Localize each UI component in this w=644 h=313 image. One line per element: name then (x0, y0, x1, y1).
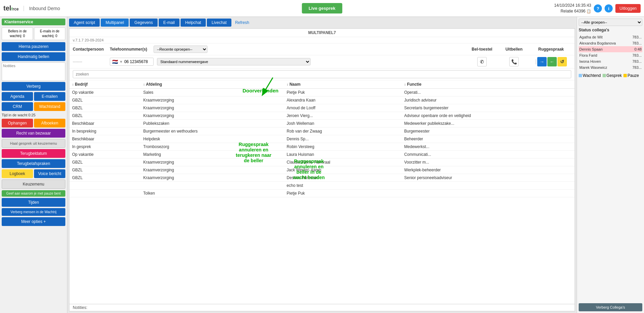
naam-cell: Desiree Pureveen (284, 174, 401, 182)
legend-gesprek: Gesprek (603, 73, 622, 78)
hierna-pauzeren-button[interactable]: Hierna pauzeren (2, 42, 65, 51)
handmatig-bellen-button[interactable]: Handmatig bellen (2, 52, 65, 61)
keuzemenu-button[interactable]: Keuzemenu (2, 179, 65, 189)
flag-phone-input: 🇳🇱 ▼ 06 12345678 (110, 58, 154, 66)
tab-gegevens[interactable]: Gegevens (130, 19, 158, 27)
legend-wachtend: Wachtend (579, 73, 601, 78)
main-layout: Klantenservice Bellers in de wachtrij: 0… (0, 17, 644, 313)
verberg-mensen-button[interactable]: Verberg mensen in de Wachtrij (2, 208, 65, 216)
colleague-row[interactable]: Alexandra Bogdanova783... (579, 40, 642, 46)
logboek-button[interactable]: Logboek (2, 169, 33, 178)
tab-livechat[interactable]: Livechat (207, 19, 231, 27)
ruggespraak-header: Ruggespraak (531, 47, 571, 52)
colleague-name: Flora Farid (579, 53, 632, 57)
afdeling-cell: Burgermeester en wethouders (140, 127, 284, 135)
colleague-row[interactable]: Flora Farid783... (579, 52, 642, 58)
live-gesprek-button[interactable]: Live gesprek (302, 3, 342, 13)
table-row[interactable]: GBZLKraamverzorgingAlexandra KaanJuridis… (69, 96, 575, 104)
colleague-row[interactable]: Marek Wasewicz783... (579, 64, 642, 70)
colleague-row[interactable]: Iwona Hoven783... (579, 58, 642, 64)
colleague-number: 783... (632, 53, 642, 57)
haal-gesprek-button[interactable]: Haal gesprek uit keuzemenu (2, 139, 65, 148)
table-row[interactable]: GBZLKraamverzorgingArnoud de LooffSecret… (69, 104, 575, 112)
table-row[interactable]: In besprekingBurgermeester en wethouders… (69, 127, 575, 135)
colleague-name: Marek Wasewicz (579, 65, 632, 69)
table-row[interactable]: BeschikbaarPubliekszakenJosh WellemanMed… (69, 120, 575, 127)
search-input[interactable] (73, 70, 571, 78)
bedrijf-col-header: ↕ Bedrijf (69, 80, 140, 89)
num-display-select[interactable]: Standaard nummerweergave (157, 58, 311, 65)
tab-multipanel[interactable]: Multipanel (101, 19, 129, 27)
table-row[interactable]: TolkenPietje Puk (69, 190, 575, 197)
ophangen-button[interactable]: Ophangen (2, 119, 33, 127)
dial-icon-button[interactable]: ✆ (477, 57, 487, 66)
legend-gesprek-label: Gesprek (607, 73, 622, 78)
info-button[interactable]: i (605, 4, 613, 12)
ruggespraak-return-button[interactable]: ← (547, 57, 557, 66)
table-row[interactable]: Op vakantieSalesPietje PukOperati... (69, 89, 575, 96)
functie-cell: Medewerker publiekszake... (401, 120, 575, 127)
functie-cell (401, 182, 575, 190)
tab-email[interactable]: E-mail (159, 19, 180, 27)
agenda-button[interactable]: Agenda (2, 92, 33, 101)
bedrijf-cell (69, 182, 140, 190)
tab-agent-script[interactable]: Agent script (69, 19, 100, 27)
doorverbinden-button[interactable]: → (537, 57, 547, 66)
naam-cell: Rob van der Zwaag (284, 127, 401, 135)
recht-bezwaar-button[interactable]: Recht van bezwaar (2, 129, 65, 138)
refresh-link[interactable]: Refresh (235, 20, 249, 25)
tijden-button[interactable]: Tijden (2, 198, 65, 207)
ruggespraak-hold-button[interactable]: ↺ (557, 57, 567, 66)
table-row[interactable]: GBZLKraamverzorgingJeroen Vierg...Advise… (69, 112, 575, 120)
ruggespraak-buttons: | → ← ↺ (535, 57, 567, 66)
table-row[interactable]: echo test (69, 182, 575, 190)
inbound-demo-label: Inbound Demo (24, 6, 60, 11)
voice-bericht-button[interactable]: Voice bericht (34, 169, 65, 178)
terugbeldatum-button[interactable]: Terugbeldatum (2, 149, 65, 158)
verberg-button[interactable]: Verberg (2, 82, 65, 91)
flag-nl-icon: 🇳🇱 (112, 59, 118, 64)
recente-oproepen-select[interactable]: --Recente oproepen-- (154, 46, 207, 53)
crm-button[interactable]: CRM (2, 102, 33, 111)
center-panel: Agent script Multipanel Gegevens E-mail … (67, 17, 577, 313)
phone-number-display: 06 12345678 (124, 59, 148, 64)
functie-cell: Adviseur openbare orde en veiligheid (401, 112, 575, 120)
tab-helpchat[interactable]: Helpchat (181, 19, 206, 27)
logo: telfrce (3, 4, 19, 12)
afdeling-cell: Marketing (140, 151, 284, 159)
uitloggen-button[interactable]: Uitloggen (615, 4, 641, 13)
colleague-row[interactable]: Dennis Spaan0:48 (579, 46, 642, 52)
verberg-collega-button[interactable]: Verberg Collega's (579, 303, 642, 311)
call-out-icon-button[interactable]: 📞 (509, 57, 519, 66)
left-sidebar: Klantenservice Bellers in de wachtrij: 0… (0, 17, 67, 313)
emailen-button[interactable]: E-mailen (34, 92, 65, 101)
table-row[interactable]: GBZLKraamverzorgingDesiree PureveenSenio… (69, 174, 575, 182)
afdeling-cell: Sales (140, 89, 284, 96)
agenda-email-row: Agenda E-mailen (2, 92, 65, 101)
afboeken-button[interactable]: Afboeken (34, 119, 65, 127)
functie-cell: Medewerkst... (401, 143, 575, 151)
terugbelafspraken-button[interactable]: Terugbelafspraken (2, 159, 65, 168)
table-row[interactable]: Op vakantieMarketingLaura HuismanCommuni… (69, 151, 575, 159)
crm-wachtstand-row: CRM Wachtstand (2, 102, 65, 111)
table-row[interactable]: BeschikbaarHelpdeskDennis Sp...Beheerder (69, 135, 575, 143)
meer-opties-button[interactable]: Meer opties + (2, 217, 65, 226)
afdeling-cell: Kraamverzorging (140, 166, 284, 174)
telefoonnummers-header: Telefoonnummer(s) (110, 47, 150, 52)
colleague-row[interactable]: Agatha de Wit783... (579, 34, 642, 40)
colleague-number: 783... (632, 41, 642, 45)
status-title: Status collega's (579, 28, 642, 32)
table-row[interactable]: In gesprekTrombosezorgRobin VersteegMede… (69, 143, 575, 151)
bedrijf-cell: GBZL (69, 166, 140, 174)
afdeling-cell: Publiekszaken (140, 120, 284, 127)
bel-toestel-header: Bel-toestel (467, 47, 497, 52)
groups-select[interactable]: --Alle groepen-- (579, 19, 642, 26)
multipanel-footer: Notities: (69, 304, 575, 311)
geef-pauze-button[interactable]: Geef aan waarom je met pauze bent (2, 190, 65, 197)
table-row[interactable]: GBZLKraamverzorgingClaudia Pronk- Admira… (69, 159, 575, 166)
help-button[interactable]: ? (594, 4, 602, 12)
logboek-voice-row: Logboek Voice bericht (2, 169, 65, 178)
notities-input[interactable] (2, 62, 65, 81)
table-row[interactable]: GBZLKraamverzorgingJack Wester- kampWerk… (69, 166, 575, 174)
wachtstand-button[interactable]: Wachtstand (34, 102, 65, 111)
